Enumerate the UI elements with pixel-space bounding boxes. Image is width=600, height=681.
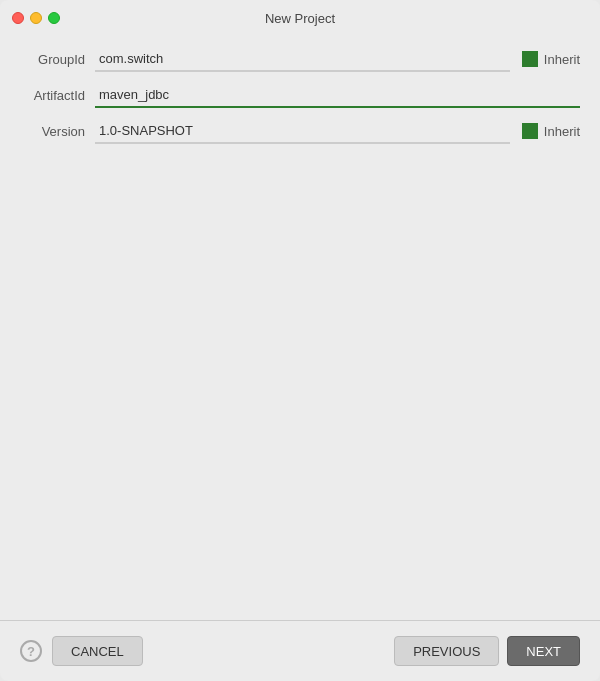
cancel-button[interactable]: CANCEL bbox=[52, 636, 143, 666]
content-area: GroupId Inherit ArtifactId Version bbox=[0, 36, 600, 620]
version-label: Version bbox=[20, 124, 95, 139]
minimize-button[interactable] bbox=[30, 12, 42, 24]
help-symbol: ? bbox=[27, 644, 35, 659]
artifactid-row: ArtifactId bbox=[20, 82, 580, 108]
version-row: Version Inherit bbox=[20, 118, 580, 144]
previous-button[interactable]: PREVIOUS bbox=[394, 636, 499, 666]
version-input[interactable] bbox=[95, 118, 510, 144]
next-button[interactable]: NEXT bbox=[507, 636, 580, 666]
version-inherit-label: Inherit bbox=[544, 124, 580, 139]
groupid-row: GroupId Inherit bbox=[20, 46, 580, 72]
help-icon[interactable]: ? bbox=[20, 640, 42, 662]
close-button[interactable] bbox=[12, 12, 24, 24]
groupid-input[interactable] bbox=[95, 46, 510, 72]
groupid-label: GroupId bbox=[20, 52, 95, 67]
footer-right: PREVIOUS NEXT bbox=[394, 636, 580, 666]
groupid-input-wrapper bbox=[95, 46, 510, 72]
window-title: New Project bbox=[265, 11, 335, 26]
groupid-inherit-wrapper: Inherit bbox=[522, 51, 580, 67]
version-inherit-checkbox[interactable] bbox=[522, 123, 538, 139]
groupid-inherit-label: Inherit bbox=[544, 52, 580, 67]
maximize-button[interactable] bbox=[48, 12, 60, 24]
title-bar: New Project bbox=[0, 0, 600, 36]
version-inherit-wrapper: Inherit bbox=[522, 123, 580, 139]
artifactid-input[interactable] bbox=[95, 82, 580, 108]
footer: ? CANCEL PREVIOUS NEXT bbox=[0, 621, 600, 681]
version-input-wrapper bbox=[95, 118, 510, 144]
new-project-window: New Project GroupId Inherit ArtifactId V… bbox=[0, 0, 600, 681]
traffic-lights bbox=[12, 12, 60, 24]
artifactid-input-wrapper bbox=[95, 82, 580, 108]
artifactid-label: ArtifactId bbox=[20, 88, 95, 103]
groupid-inherit-checkbox[interactable] bbox=[522, 51, 538, 67]
footer-left: ? CANCEL bbox=[20, 636, 143, 666]
